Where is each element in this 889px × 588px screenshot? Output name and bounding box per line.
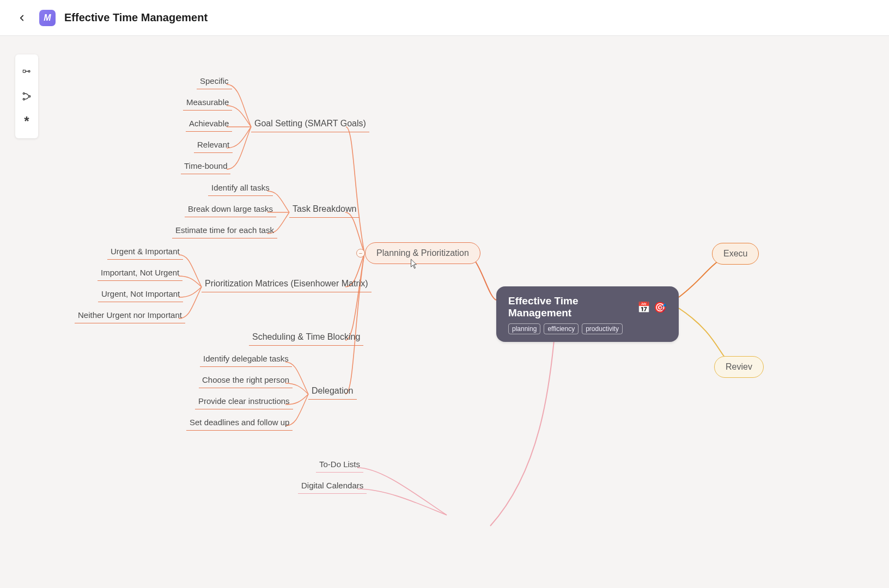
node-label: Reviev <box>726 362 752 371</box>
leaf-measurable[interactable]: Measurable <box>183 95 232 111</box>
branch-label: Scheduling & Time Blocking <box>252 332 360 341</box>
leaf-specific[interactable]: Specific <box>197 74 232 89</box>
branch-label: Prioritization Matrices (Eisenhower Matr… <box>205 279 368 288</box>
leaf-label: Choose the right person <box>202 375 289 384</box>
leaf-break-down[interactable]: Break down large tasks <box>185 202 276 217</box>
collapse-toggle[interactable]: − <box>356 249 365 258</box>
leaf-important-not-urgent[interactable]: Important, Not Urgent <box>98 266 182 281</box>
leaf-choose-person[interactable]: Choose the right person <box>199 373 293 388</box>
leaf-label: Specific <box>200 76 229 85</box>
node-label: Execu <box>723 249 747 258</box>
branch-prioritization-matrices[interactable]: Prioritization Matrices (Eisenhower Matr… <box>202 277 372 292</box>
leaf-digital-calendars[interactable]: Digital Calendars <box>298 479 367 494</box>
chevron-left-icon <box>17 13 27 23</box>
leaf-label: Digital Calendars <box>301 481 363 490</box>
leaf-todo-lists[interactable]: To-Do Lists <box>316 457 363 473</box>
branch-label: Delegation <box>312 386 354 395</box>
root-title-text: Effective Time Management <box>508 295 634 319</box>
leaf-urgent-not-important[interactable]: Urgent, Not Important <box>98 287 183 302</box>
leaf-time-bound[interactable]: Time-bound <box>181 159 230 174</box>
branch-delegation[interactable]: Delegation <box>308 384 357 400</box>
tag-efficiency[interactable]: efficiency <box>544 323 579 334</box>
app-logo-letter: M <box>44 13 51 23</box>
calendar-icon: 📅 <box>637 301 650 314</box>
leaf-label: Relevant <box>197 140 229 149</box>
app-logo: M <box>39 10 56 26</box>
tag-productivity[interactable]: productivity <box>582 323 623 334</box>
leaf-estimate-time[interactable]: Estimate time for each task <box>172 223 277 238</box>
root-title: Effective Time Management 📅 🎯 <box>508 295 667 319</box>
leaf-label: Important, Not Urgent <box>101 268 179 277</box>
leaf-label: Estimate time for each task <box>175 225 274 235</box>
branch-scheduling[interactable]: Scheduling & Time Blocking <box>249 330 363 346</box>
page-title: Effective Time Management <box>64 11 208 24</box>
branch-label: Task Breakdown <box>293 204 356 213</box>
root-node[interactable]: Effective Time Management 📅 🎯 planning e… <box>496 286 679 342</box>
leaf-identify-delegable[interactable]: Identify delegable tasks <box>200 352 292 367</box>
leaf-urgent-important[interactable]: Urgent & Important <box>107 244 183 260</box>
branch-label: Goal Setting (SMART Goals) <box>254 119 366 128</box>
leaf-neither[interactable]: Neither Urgent nor Important <box>75 308 185 323</box>
branch-task-breakdown[interactable]: Task Breakdown <box>289 202 360 218</box>
header: M Effective Time Management <box>0 0 889 36</box>
leaf-label: Break down large tasks <box>188 204 273 213</box>
minus-icon: − <box>359 250 362 256</box>
leaf-label: Identify all tasks <box>211 183 270 192</box>
node-execution-truncated[interactable]: Execu <box>712 243 759 265</box>
leaf-label: Identify delegable tasks <box>203 354 289 363</box>
leaf-achievable[interactable]: Achievable <box>186 117 232 132</box>
node-label: Planning & Prioritization <box>376 248 469 258</box>
leaf-deadlines-followup[interactable]: Set deadlines and follow up <box>186 415 293 431</box>
root-tags: planning efficiency productivity <box>508 323 667 334</box>
leaf-label: Measurable <box>186 97 229 107</box>
target-icon: 🎯 <box>654 301 667 314</box>
leaf-identify-tasks[interactable]: Identify all tasks <box>208 181 273 196</box>
leaf-clear-instructions[interactable]: Provide clear instructions <box>195 394 293 409</box>
leaf-label: Set deadlines and follow up <box>190 418 289 427</box>
leaf-label: Urgent & Important <box>111 247 180 256</box>
leaf-label: Urgent, Not Important <box>101 289 180 298</box>
tag-planning[interactable]: planning <box>508 323 540 334</box>
node-review-truncated[interactable]: Reviev <box>714 356 764 378</box>
leaf-label: Time-bound <box>184 161 227 170</box>
back-button[interactable] <box>13 9 31 27</box>
leaf-relevant[interactable]: Relevant <box>194 138 233 153</box>
leaf-label: Provide clear instructions <box>198 396 290 406</box>
leaf-label: To-Do Lists <box>319 460 360 469</box>
node-planning-prioritization[interactable]: Planning & Prioritization <box>365 242 480 264</box>
branch-goal-setting[interactable]: Goal Setting (SMART Goals) <box>251 117 369 132</box>
leaf-label: Neither Urgent nor Important <box>78 310 182 320</box>
mindmap-canvas[interactable]: Effective Time Management 📅 🎯 planning e… <box>0 36 889 588</box>
leaf-label: Achievable <box>189 119 229 128</box>
